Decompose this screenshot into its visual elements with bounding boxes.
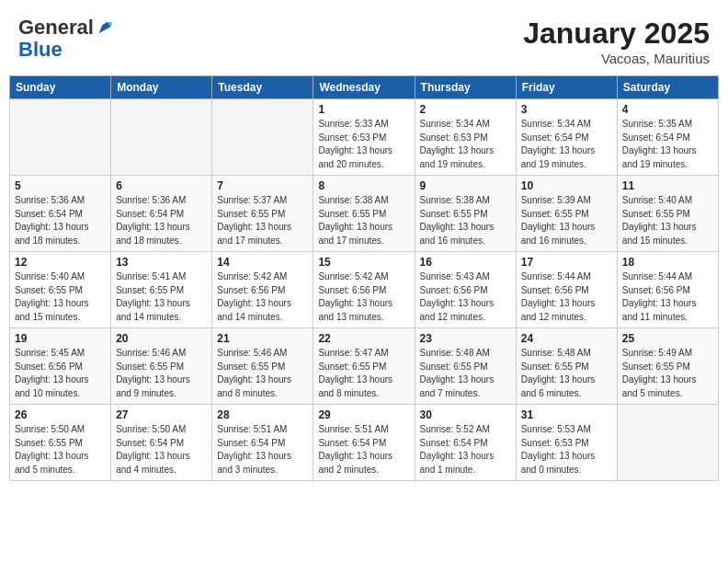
day-info: Sunrise: 5:38 AM Sunset: 6:55 PM Dayligh… [318, 194, 409, 247]
day-cell: 7Sunrise: 5:37 AM Sunset: 6:55 PM Daylig… [212, 176, 313, 252]
day-number: 24 [521, 332, 612, 345]
day-number: 19 [15, 332, 106, 345]
day-cell: 19Sunrise: 5:45 AM Sunset: 6:56 PM Dayli… [10, 328, 111, 405]
day-info: Sunrise: 5:42 AM Sunset: 6:56 PM Dayligh… [318, 270, 409, 324]
day-info: Sunrise: 5:44 AM Sunset: 6:56 PM Dayligh… [622, 270, 713, 324]
day-number: 13 [116, 256, 207, 269]
day-cell: 17Sunrise: 5:44 AM Sunset: 6:56 PM Dayli… [516, 252, 617, 328]
day-cell: 28Sunrise: 5:51 AM Sunset: 6:54 PM Dayli… [212, 405, 313, 481]
week-row-5: 26Sunrise: 5:50 AM Sunset: 6:55 PM Dayli… [10, 405, 719, 481]
day-cell: 30Sunrise: 5:52 AM Sunset: 6:54 PM Dayli… [415, 405, 516, 481]
day-number: 11 [622, 179, 713, 192]
title-block: January 2025 Vacoas, Mauritius [523, 17, 710, 66]
day-info: Sunrise: 5:41 AM Sunset: 6:55 PM Dayligh… [116, 270, 207, 324]
month-title: January 2025 [523, 17, 710, 51]
day-cell [10, 99, 111, 176]
location-title: Vacoas, Mauritius [523, 51, 710, 66]
day-info: Sunrise: 5:48 AM Sunset: 6:55 PM Dayligh… [420, 347, 511, 400]
day-info: Sunrise: 5:40 AM Sunset: 6:55 PM Dayligh… [622, 194, 713, 247]
day-number: 27 [116, 408, 207, 421]
day-info: Sunrise: 5:48 AM Sunset: 6:55 PM Dayligh… [521, 347, 612, 400]
day-number: 30 [420, 408, 511, 421]
week-row-2: 5Sunrise: 5:36 AM Sunset: 6:54 PM Daylig… [10, 176, 719, 252]
day-cell: 14Sunrise: 5:42 AM Sunset: 6:56 PM Dayli… [212, 252, 313, 328]
day-cell: 25Sunrise: 5:49 AM Sunset: 6:55 PM Dayli… [617, 328, 718, 405]
day-cell: 4Sunrise: 5:35 AM Sunset: 6:54 PM Daylig… [617, 99, 718, 176]
day-info: Sunrise: 5:34 AM Sunset: 6:53 PM Dayligh… [420, 118, 511, 171]
day-info: Sunrise: 5:46 AM Sunset: 6:55 PM Dayligh… [116, 347, 207, 400]
day-number: 2 [420, 103, 511, 116]
page-header: General Blue January 2025 Vacoas, Maurit… [9, 9, 719, 72]
weekday-thursday: Thursday [415, 76, 516, 99]
day-cell: 5Sunrise: 5:36 AM Sunset: 6:54 PM Daylig… [10, 176, 111, 252]
day-number: 12 [15, 256, 106, 269]
day-cell: 18Sunrise: 5:44 AM Sunset: 6:56 PM Dayli… [617, 252, 718, 328]
day-info: Sunrise: 5:40 AM Sunset: 6:55 PM Dayligh… [15, 270, 106, 324]
day-cell: 21Sunrise: 5:46 AM Sunset: 6:55 PM Dayli… [212, 328, 313, 405]
day-cell: 20Sunrise: 5:46 AM Sunset: 6:55 PM Dayli… [111, 328, 212, 405]
day-cell: 8Sunrise: 5:38 AM Sunset: 6:55 PM Daylig… [313, 176, 415, 252]
day-number: 20 [116, 332, 207, 345]
day-info: Sunrise: 5:51 AM Sunset: 6:54 PM Dayligh… [318, 423, 409, 477]
day-number: 3 [521, 103, 612, 116]
day-number: 26 [15, 408, 106, 421]
weekday-wednesday: Wednesday [313, 76, 415, 99]
day-number: 18 [622, 256, 713, 269]
calendar-table: SundayMondayTuesdayWednesdayThursdayFrid… [9, 75, 719, 481]
day-number: 4 [622, 103, 713, 116]
day-info: Sunrise: 5:49 AM Sunset: 6:55 PM Dayligh… [622, 347, 713, 400]
day-info: Sunrise: 5:45 AM Sunset: 6:56 PM Dayligh… [15, 347, 106, 400]
day-info: Sunrise: 5:52 AM Sunset: 6:54 PM Dayligh… [420, 423, 511, 477]
week-row-4: 19Sunrise: 5:45 AM Sunset: 6:56 PM Dayli… [10, 328, 719, 405]
day-info: Sunrise: 5:53 AM Sunset: 6:53 PM Dayligh… [521, 423, 612, 477]
day-info: Sunrise: 5:36 AM Sunset: 6:54 PM Dayligh… [116, 194, 207, 247]
day-info: Sunrise: 5:51 AM Sunset: 6:54 PM Dayligh… [217, 423, 308, 477]
day-info: Sunrise: 5:38 AM Sunset: 6:55 PM Dayligh… [420, 194, 511, 247]
day-cell [617, 405, 718, 481]
logo: General Blue [18, 17, 114, 61]
day-number: 1 [318, 103, 409, 116]
weekday-monday: Monday [111, 76, 212, 99]
week-row-1: 1Sunrise: 5:33 AM Sunset: 6:53 PM Daylig… [10, 99, 719, 176]
day-number: 22 [318, 332, 409, 345]
day-number: 31 [521, 408, 612, 421]
day-number: 8 [318, 179, 409, 192]
logo-icon [96, 18, 114, 37]
day-number: 7 [217, 179, 308, 192]
weekday-sunday: Sunday [10, 76, 111, 99]
day-cell: 13Sunrise: 5:41 AM Sunset: 6:55 PM Dayli… [111, 252, 212, 328]
weekday-header-row: SundayMondayTuesdayWednesdayThursdayFrid… [10, 76, 719, 99]
week-row-3: 12Sunrise: 5:40 AM Sunset: 6:55 PM Dayli… [10, 252, 719, 328]
weekday-saturday: Saturday [617, 76, 718, 99]
day-cell: 23Sunrise: 5:48 AM Sunset: 6:55 PM Dayli… [415, 328, 516, 405]
day-cell: 11Sunrise: 5:40 AM Sunset: 6:55 PM Dayli… [617, 176, 718, 252]
day-cell: 3Sunrise: 5:34 AM Sunset: 6:54 PM Daylig… [516, 99, 617, 176]
day-cell [111, 99, 212, 176]
day-info: Sunrise: 5:47 AM Sunset: 6:55 PM Dayligh… [318, 347, 409, 400]
day-number: 14 [217, 256, 308, 269]
day-cell: 10Sunrise: 5:39 AM Sunset: 6:55 PM Dayli… [516, 176, 617, 252]
day-info: Sunrise: 5:37 AM Sunset: 6:55 PM Dayligh… [217, 194, 308, 247]
day-cell: 9Sunrise: 5:38 AM Sunset: 6:55 PM Daylig… [415, 176, 516, 252]
day-number: 28 [217, 408, 308, 421]
day-number: 29 [318, 408, 409, 421]
day-number: 23 [420, 332, 511, 345]
day-number: 16 [420, 256, 511, 269]
day-cell: 24Sunrise: 5:48 AM Sunset: 6:55 PM Dayli… [516, 328, 617, 405]
logo-blue: Blue [18, 39, 114, 61]
day-cell: 31Sunrise: 5:53 AM Sunset: 6:53 PM Dayli… [516, 405, 617, 481]
day-cell: 29Sunrise: 5:51 AM Sunset: 6:54 PM Dayli… [313, 405, 415, 481]
day-number: 21 [217, 332, 308, 345]
day-info: Sunrise: 5:50 AM Sunset: 6:55 PM Dayligh… [15, 423, 106, 477]
logo-general: General [18, 17, 94, 39]
day-info: Sunrise: 5:39 AM Sunset: 6:55 PM Dayligh… [521, 194, 612, 247]
day-info: Sunrise: 5:36 AM Sunset: 6:54 PM Dayligh… [15, 194, 106, 247]
day-cell: 6Sunrise: 5:36 AM Sunset: 6:54 PM Daylig… [111, 176, 212, 252]
day-info: Sunrise: 5:46 AM Sunset: 6:55 PM Dayligh… [217, 347, 308, 400]
day-info: Sunrise: 5:34 AM Sunset: 6:54 PM Dayligh… [521, 118, 612, 171]
day-cell: 15Sunrise: 5:42 AM Sunset: 6:56 PM Dayli… [313, 252, 415, 328]
day-number: 25 [622, 332, 713, 345]
day-info: Sunrise: 5:50 AM Sunset: 6:54 PM Dayligh… [116, 423, 207, 477]
day-cell: 16Sunrise: 5:43 AM Sunset: 6:56 PM Dayli… [415, 252, 516, 328]
weekday-tuesday: Tuesday [212, 76, 313, 99]
